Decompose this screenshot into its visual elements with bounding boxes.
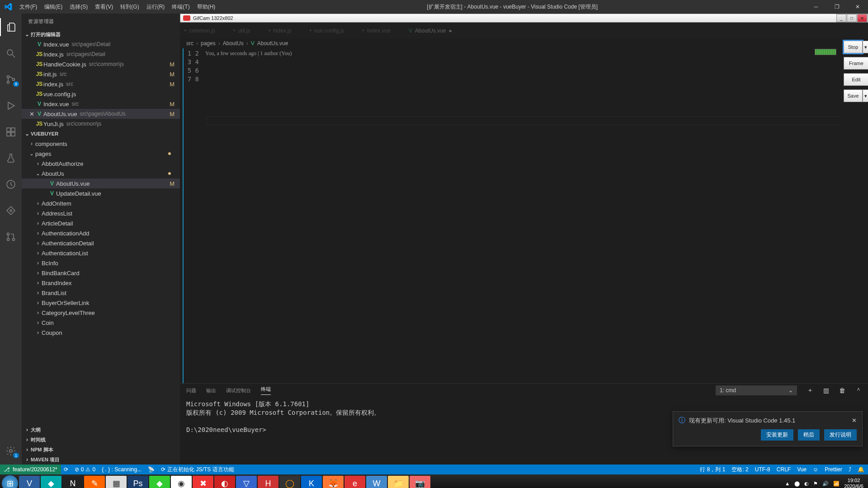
tree-item[interactable]: ›ArticleDetail <box>22 218 180 228</box>
taskbar-app[interactable]: ◐ <box>214 476 235 488</box>
panel-maximize-icon[interactable]: ＾ <box>855 386 862 394</box>
open-editor-item[interactable]: VIndex.vuesrc\pages\Detail <box>22 39 180 49</box>
tree-item[interactable]: ›AbbottAuthorize <box>22 159 180 169</box>
taskbar-app[interactable]: ◆ <box>149 476 170 488</box>
tree-item[interactable]: ›components <box>22 139 180 149</box>
section-collapsed[interactable]: ›NPM 脚本 <box>22 445 180 455</box>
tree-item[interactable]: ›CategoryLevelThree <box>22 308 180 318</box>
status-bell-icon[interactable]: 🔔 <box>858 466 864 473</box>
taskbar-app[interactable]: N <box>62 476 83 488</box>
tray-icon[interactable]: ⚑ <box>813 481 818 487</box>
tree-item[interactable]: ›BrandList <box>22 288 180 298</box>
tree-item[interactable]: ›BuyerOrSellerLink <box>22 298 180 308</box>
open-editor-item[interactable]: JSvue.config.js <box>22 89 180 99</box>
activity-search[interactable] <box>0 44 22 62</box>
breadcrumb[interactable]: src› pages› AboutUs› VAboutUs.vue <box>180 38 868 48</box>
terminal-split-icon[interactable]: ▥ <box>823 387 829 394</box>
taskbar-app[interactable]: e <box>344 476 365 488</box>
open-editor-item[interactable]: JSYunJi.jssrc\common\js <box>22 119 180 129</box>
tree-item[interactable]: ›AddOnItem <box>22 198 180 208</box>
tree-item[interactable]: ›BindBankCard <box>22 268 180 278</box>
taskbar-app[interactable]: ▦ <box>106 476 127 488</box>
tree-item[interactable]: ›AuthenticationDetail <box>22 238 180 248</box>
taskbar-app[interactable]: W <box>366 476 387 488</box>
taskbar-app[interactable]: 📷 <box>410 476 430 488</box>
gifcam-frame-button[interactable]: Frame <box>844 57 868 70</box>
open-editor-item[interactable]: ✕VAboutUs.vuesrc\pages\AboutUsM <box>22 109 180 119</box>
tray-icon[interactable]: 🔊 <box>822 481 829 487</box>
tray-icon[interactable]: ◐ <box>804 481 809 487</box>
status-tweet-icon[interactable]: ☺ <box>813 466 818 473</box>
taskbar-clock[interactable]: 19:022020/6/6 <box>844 478 863 488</box>
tray-icon[interactable]: 📶 <box>833 481 840 487</box>
taskbar-app[interactable]: ▽ <box>236 476 257 488</box>
terminal-new-icon[interactable]: ＋ <box>807 386 813 394</box>
gifcam-stop-button[interactable]: Stop <box>844 41 863 53</box>
section-open-editors[interactable]: ⌄打开的编辑器 <box>22 29 180 39</box>
notification-close-icon[interactable]: ✕ <box>852 417 857 424</box>
section-collapsed[interactable]: ›MAVEN 项目 <box>22 455 180 465</box>
status-position[interactable]: 行 8，列 1 <box>700 466 725 474</box>
panel-tab-debug[interactable]: 调试控制台 <box>226 387 251 394</box>
menu-view[interactable]: 查看(V) <box>91 3 117 11</box>
gifcam-title-bar[interactable]: GifCam 1322x802 _ □ ✕ <box>180 14 868 23</box>
activity-test[interactable] <box>0 149 22 167</box>
tree-item[interactable]: ›Coupon <box>22 328 180 338</box>
panel-tab-terminal[interactable]: 终端 <box>261 386 271 395</box>
taskbar-app[interactable]: ◉ <box>171 476 192 488</box>
code-lens[interactable]: You, a few seconds ago | 1 author (You) <box>205 49 868 58</box>
tree-item[interactable]: ›AuthenticationAdd <box>22 228 180 238</box>
tree-item[interactable]: ⌄pages <box>22 149 180 159</box>
gifcam-minimize[interactable]: _ <box>836 14 846 22</box>
panel-tab-problems[interactable]: 问题 <box>186 387 196 394</box>
tree-item[interactable]: VUpdateDetail.vue <box>22 188 180 198</box>
open-editor-item[interactable]: VIndex.vuesrcM <box>22 99 180 109</box>
activity-extensions[interactable] <box>0 123 22 141</box>
tree-item[interactable]: VAboutUs.vueM <box>22 178 180 188</box>
section-project[interactable]: ⌄VUEBUYER <box>22 129 180 139</box>
activity-scm[interactable]: 8 <box>0 70 22 89</box>
gifcam-close[interactable]: ✕ <box>857 14 867 22</box>
tree-item[interactable]: ›BcInfo <box>22 258 180 268</box>
notification-later-button[interactable]: 稍后 <box>798 429 820 441</box>
gifcam-edit-button[interactable]: Edit <box>844 73 868 86</box>
open-editor-item[interactable]: JSindex.jssrcM <box>22 79 180 89</box>
editor-tabs[interactable]: •common.js •util.js •index.js •vue.confi… <box>180 23 868 38</box>
menu-go[interactable]: 转到(G) <box>117 3 142 11</box>
menu-run[interactable]: 运行(R) <box>143 3 169 11</box>
menu-help[interactable]: 帮助(H) <box>193 3 219 11</box>
terminal-selector[interactable]: 1: cmd⌄ <box>716 385 797 395</box>
panel-tab-output[interactable]: 输出 <box>206 387 216 394</box>
gifcam-save-button[interactable]: Save <box>844 89 863 102</box>
taskbar-app[interactable]: 📁 <box>388 476 409 488</box>
open-editor-item[interactable]: JSIndex.jssrc\pages\Detail <box>22 49 180 59</box>
window-close-button[interactable]: ✕ <box>847 0 868 14</box>
gifcam-maximize[interactable]: □ <box>847 14 857 22</box>
status-spaces[interactable]: 空格: 2 <box>731 466 748 474</box>
code-editor[interactable]: 1 2 3 4 5 6 7 8 You, a few seconds ago |… <box>180 48 868 383</box>
open-editor-item[interactable]: JSHandleCookie.jssrc\common\jsM <box>22 59 180 69</box>
close-icon[interactable]: ✕ <box>28 111 35 117</box>
status-eol[interactable]: CRLF <box>777 466 791 473</box>
taskbar-app[interactable]: K <box>301 476 322 488</box>
menu-file[interactable]: 文件(F) <box>16 3 41 11</box>
tree-item[interactable]: ›AuthenticationList <box>22 248 180 258</box>
start-button[interactable]: ⊞ <box>2 475 18 488</box>
open-editor-item[interactable]: JSinit.jssrcM <box>22 69 180 79</box>
window-maximize-button[interactable]: ❐ <box>826 0 847 14</box>
taskbar-app[interactable]: Ps <box>127 476 148 488</box>
section-collapsed[interactable]: ›大纲 <box>22 425 180 435</box>
activity-settings[interactable]: 1 <box>0 442 22 460</box>
gifcam-stop-dropdown[interactable]: ▾ <box>863 41 868 53</box>
menu-select[interactable]: 选择(S) <box>66 3 91 11</box>
tree-item[interactable]: ›Coin <box>22 318 180 328</box>
status-branch[interactable]: ⎇feature/20200612* <box>0 465 61 474</box>
window-minimize-button[interactable]: ─ <box>806 0 826 14</box>
taskbar-app[interactable]: ✖ <box>193 476 213 488</box>
activity-liveshare[interactable] <box>0 175 22 193</box>
taskbar-app[interactable]: ◯ <box>279 476 300 488</box>
activity-explorer[interactable] <box>0 18 22 36</box>
menu-edit[interactable]: 编辑(E) <box>41 3 66 11</box>
taskbar-app[interactable]: ✎ <box>84 476 105 488</box>
activity-debug[interactable] <box>0 97 22 115</box>
